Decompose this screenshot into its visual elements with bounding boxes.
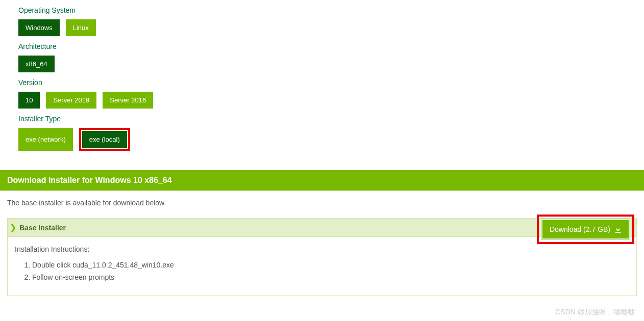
- instructions-list: Double click cuda_11.0.2_451.48_win10.ex…: [15, 260, 629, 282]
- highlight-download: Download (2.7 GB): [537, 215, 634, 244]
- version-10-button[interactable]: 10: [18, 92, 40, 109]
- version-server2019-button[interactable]: Server 2019: [46, 92, 96, 109]
- arch-label: Architecture: [18, 42, 626, 50]
- installer-row: exe (network) exe (local): [18, 128, 626, 151]
- installer-label: Installer Type: [18, 115, 626, 123]
- chevron-right-icon: ❯: [10, 223, 16, 232]
- download-icon: [614, 226, 622, 233]
- download-btn-border: Download (2.7 GB): [541, 219, 630, 240]
- instructions-title: Installation Instructions:: [15, 245, 629, 253]
- download-button-label: Download (2.7 GB): [550, 225, 610, 233]
- list-item: Double click cuda_11.0.2_451.48_win10.ex…: [32, 260, 629, 271]
- installer-local-button[interactable]: exe (local): [82, 131, 127, 148]
- download-button[interactable]: Download (2.7 GB): [542, 220, 629, 238]
- base-installer-row[interactable]: ❯ Base Installer Download (2.7 GB): [7, 218, 637, 237]
- installer-network-button[interactable]: exe (network): [18, 128, 73, 151]
- os-linux-button[interactable]: Linux: [66, 19, 96, 36]
- highlight-exe-local: exe (local): [79, 128, 130, 151]
- list-item: Follow on-screen prompts: [32, 273, 629, 283]
- instructions-box: Installation Instructions: Double click …: [7, 237, 637, 296]
- version-label: Version: [18, 78, 626, 87]
- version-server2016-button[interactable]: Server 2016: [103, 92, 153, 109]
- base-installer-title: Base Installer: [19, 224, 66, 232]
- download-intro: The base installer is available for down…: [7, 191, 637, 218]
- arch-row: x86_64: [18, 56, 626, 72]
- os-label: Operating System: [18, 6, 626, 14]
- installer-left: ❯ Base Installer: [10, 223, 66, 232]
- os-row: Windows Linux: [18, 19, 626, 36]
- version-row: 10 Server 2019 Server 2016: [18, 92, 626, 109]
- arch-x86-button[interactable]: x86_64: [18, 56, 55, 72]
- os-windows-button[interactable]: Windows: [18, 19, 60, 36]
- download-header: Download Installer for Windows 10 x86_64: [0, 170, 644, 191]
